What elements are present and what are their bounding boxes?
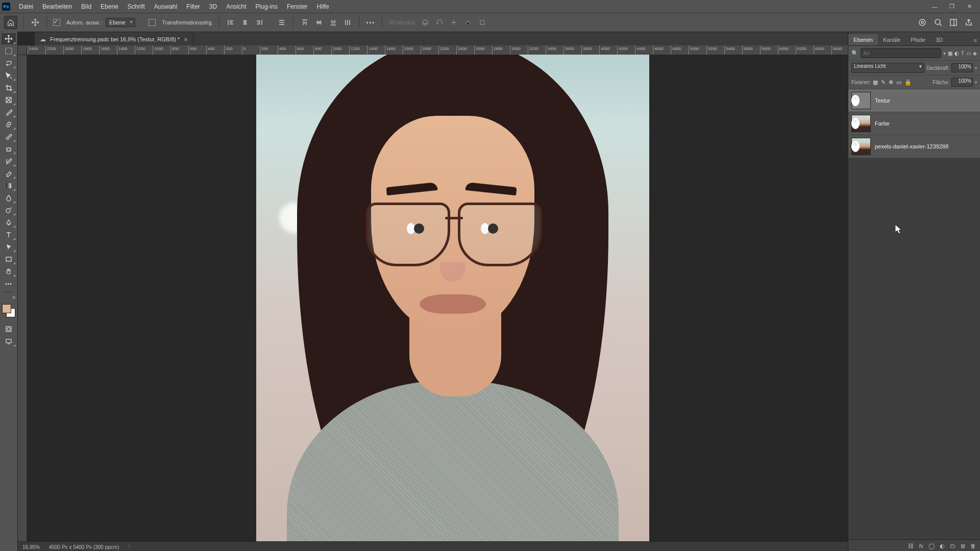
transform-controls-checkbox[interactable] [149,19,156,26]
crop-tool[interactable] [2,82,16,93]
add-mask-icon[interactable]: ◯ [928,543,935,549]
visibility-toggle[interactable]: 👁 [851,95,860,106]
distribute-v-icon[interactable] [342,17,353,28]
hand-tool[interactable] [2,266,16,277]
canvas[interactable] [27,55,848,542]
status-arrow-icon[interactable]: 〉 [128,543,133,550]
home-button[interactable] [4,16,17,29]
delete-layer-icon[interactable]: 🗑 [970,543,976,549]
window-maximize[interactable]: ❐ [943,0,961,13]
menu-ebene[interactable]: Ebene [96,0,123,13]
link-layers-icon[interactable]: ⛓ [908,543,914,549]
auto-select-target[interactable]: Ebene [106,18,135,27]
eraser-tool[interactable] [2,168,16,179]
marquee-tool[interactable] [2,45,16,57]
window-minimize[interactable]: — [926,0,943,13]
menu-auswahl[interactable]: Auswahl [150,0,182,13]
align-hcenter-icon[interactable] [240,17,250,28]
new-group-icon[interactable]: 🗀 [950,543,955,549]
document-tab[interactable]: ☁ Frequenztrennung.psdc bei 16,9% (Textu… [35,33,193,45]
lock-artboard-icon[interactable]: ▭ [896,79,901,86]
layer-name[interactable]: Farbe [875,120,890,127]
blur-tool[interactable] [2,192,16,204]
pen-tool[interactable] [2,217,16,228]
menu-3d[interactable]: 3D [205,0,222,13]
document-image[interactable] [256,55,649,542]
brush-tool[interactable] [2,131,16,142]
move-tool-icon[interactable] [30,17,40,28]
share-icon[interactable] [965,18,973,27]
clone-stamp-tool[interactable] [2,143,16,155]
new-adjustment-icon[interactable]: ◐ [940,543,945,549]
menu-bearbeiten[interactable]: Bearbeiten [38,0,77,13]
filter-type-icon[interactable]: T [961,51,964,56]
quick-select-tool[interactable] [2,70,16,81]
new-layer-icon[interactable]: ⊞ [961,543,965,549]
layer-row[interactable]: 👁 pexels-daniel-xavier-1239288 [848,135,980,158]
menu-datei[interactable]: Datei [14,0,38,13]
visibility-toggle[interactable]: 👁 [851,118,860,129]
lock-pixels-icon[interactable]: ✎ [881,79,886,86]
eyedropper-tool[interactable] [2,107,16,118]
screenmode-toggle[interactable] [2,336,16,347]
layer-fx-icon[interactable]: fx [919,543,923,549]
color-swatches[interactable] [2,304,15,317]
layer-row[interactable]: 👁 Farbe [848,112,980,135]
window-close[interactable]: ✕ [961,0,978,13]
frame-tool[interactable] [2,94,16,106]
blend-mode-select[interactable]: Lineares Licht [851,63,924,73]
menu-schrift[interactable]: Schrift [123,0,150,13]
layer-row[interactable]: 👁 Textur [848,89,980,112]
menu-plugins[interactable]: Plug-ins [251,0,282,13]
horizontal-ruler[interactable]: 2400220020001800160014001200100080060040… [27,45,848,55]
menu-fenster[interactable]: Fenster [282,0,312,13]
rectangle-tool[interactable] [2,254,16,265]
filter-adjust-icon[interactable]: ◐ [954,51,959,56]
cloud-docs-icon[interactable] [918,18,927,27]
menu-bild[interactable]: Bild [77,0,96,13]
menu-hilfe[interactable]: Hilfe [312,0,334,13]
search-icon[interactable] [934,18,942,27]
filter-shape-icon[interactable]: ▭ [966,51,971,56]
history-brush-tool[interactable] [2,156,16,167]
lock-all-icon[interactable]: 🔒 [904,79,912,86]
menu-ansicht[interactable]: Ansicht [222,0,251,13]
distribute-icon[interactable] [277,17,287,28]
filter-pixel-icon[interactable]: ▦ [948,51,952,56]
visibility-toggle[interactable]: 👁 [851,141,860,152]
lasso-tool[interactable] [2,58,16,69]
align-top-icon[interactable] [300,17,310,28]
filter-smart-icon[interactable]: ◈ [973,51,977,56]
workspace-icon[interactable] [949,18,958,27]
foreground-color[interactable] [2,304,11,313]
zoom-readout[interactable]: 16,95% [22,544,40,550]
tab-ebenen[interactable]: Ebenen [848,34,878,45]
lock-transparent-icon[interactable]: ▩ [873,79,878,86]
auto-select-checkbox[interactable] [53,19,60,26]
tab-pfade[interactable]: Pfade [905,34,930,45]
align-left-icon[interactable] [226,17,236,28]
type-tool[interactable] [2,229,16,240]
layer-filter-input[interactable] [861,48,941,58]
tab-3d[interactable]: 3D [930,34,948,45]
document-info[interactable]: 4500 Px x 5400 Px (300 ppcm) [49,544,119,550]
swap-colors-icon[interactable]: ⤭ [12,295,16,300]
more-tools[interactable]: ••• [2,278,16,289]
align-vcenter-icon[interactable] [314,17,324,28]
layer-name[interactable]: Textur [875,97,890,104]
path-select-tool[interactable] [2,241,16,253]
lock-position-icon[interactable]: ✥ [889,79,893,86]
quickmask-toggle[interactable] [2,323,16,335]
align-right-icon[interactable] [254,17,264,28]
panel-menu-icon[interactable]: ≡ [971,35,980,45]
align-bottom-icon[interactable] [328,17,338,28]
layer-list-empty-area[interactable] [848,158,980,539]
vertical-ruler[interactable] [17,45,27,542]
tab-kanaele[interactable]: Kanäle [878,34,905,45]
healing-brush-tool[interactable] [2,119,16,130]
menu-filter[interactable]: Filter [182,0,205,13]
dodge-tool[interactable] [2,205,16,216]
more-options-icon[interactable]: ••• [365,17,376,28]
close-tab-icon[interactable]: × [184,36,188,43]
gradient-tool[interactable] [2,180,16,191]
